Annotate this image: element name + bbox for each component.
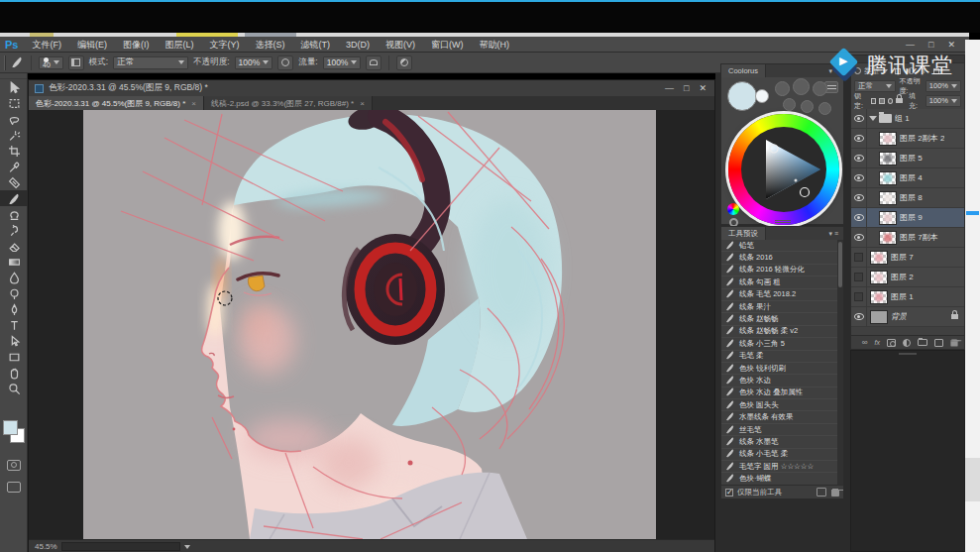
tool-preset-item[interactable]: 毛笔字 圆用 ☆☆☆☆☆ (721, 461, 837, 473)
magic-wand-tool[interactable] (0, 127, 28, 143)
foreground-color-swatch[interactable] (3, 420, 18, 435)
layer-thumbnail[interactable] (879, 132, 897, 146)
status-zoom-value[interactable]: 45.5% (35, 542, 57, 551)
layer-thumbnail[interactable] (870, 310, 888, 324)
layer-fill-input[interactable]: 100% (926, 95, 961, 107)
blur-tool[interactable] (0, 270, 28, 285)
brush-tool[interactable] (0, 190, 28, 206)
flow-input[interactable]: 100% (323, 56, 362, 69)
tool-preset-item[interactable]: 线条 小三角 5 (721, 338, 837, 350)
visibility-toggle[interactable] (851, 268, 867, 287)
layer-thumbnail[interactable] (879, 152, 897, 166)
coolorus-mode-button[interactable] (813, 81, 827, 96)
spot-healing-tool[interactable] (0, 174, 28, 190)
layer-row[interactable]: 图层 1 (851, 287, 964, 307)
layer-name[interactable]: 图层 8 (900, 192, 923, 203)
window-close-icon[interactable]: ✕ (947, 37, 955, 53)
panel-menu-icon[interactable] (828, 64, 843, 77)
lock-pixels-icon[interactable] (879, 98, 884, 104)
tool-preset-item[interactable]: 线条 2016 (721, 252, 837, 264)
menu-item[interactable]: 图层(L) (157, 37, 201, 53)
layer-name[interactable]: 图层 7 (891, 252, 914, 263)
gradient-tool[interactable] (0, 254, 28, 270)
document-window-minimize-icon[interactable]: — (665, 80, 674, 96)
coolorus-mode-button[interactable] (775, 81, 790, 96)
layer-style-icon[interactable]: fx (875, 339, 880, 346)
toggle-brush-panel-button[interactable] (68, 55, 84, 70)
tool-preset-item[interactable]: 线条 果汁 (721, 301, 837, 313)
lock-all-icon[interactable] (896, 98, 903, 103)
adjustment-layer-icon[interactable] (903, 339, 911, 347)
panel-resize-grip[interactable] (775, 220, 791, 223)
tool-preset-item[interactable]: 水墨线条 有效果 (721, 411, 837, 423)
visibility-toggle[interactable] (851, 129, 867, 149)
menu-item[interactable]: 选择(S) (247, 37, 292, 53)
visibility-toggle[interactable] (851, 228, 867, 248)
menu-item[interactable]: 帮助(H) (471, 37, 517, 53)
layer-name[interactable]: 图层 9 (900, 212, 923, 223)
layer-row[interactable]: 图层 5 (851, 149, 964, 168)
close-tab-icon[interactable]: × (191, 99, 196, 108)
zoom-tool[interactable] (0, 381, 28, 396)
layer-thumbnail[interactable] (870, 290, 888, 304)
coolorus-tab[interactable]: Coolorus (721, 64, 766, 77)
delete-layer-icon[interactable] (950, 339, 957, 346)
layer-name[interactable]: 组 1 (895, 113, 910, 124)
trash-icon[interactable] (831, 489, 839, 497)
visibility-toggle[interactable] (851, 208, 867, 228)
layer-name[interactable]: 图层 7副本 (900, 232, 938, 243)
layer-name[interactable]: 背景 (891, 311, 907, 322)
tool-preset-item[interactable]: 线条 2016 轻微分化 (721, 265, 837, 276)
previous-color-swatch[interactable] (755, 89, 769, 103)
filter-pixel-icon[interactable] (895, 68, 901, 74)
visibility-toggle[interactable] (851, 149, 867, 168)
visibility-toggle[interactable] (851, 307, 867, 327)
filter-adjustment-icon[interactable] (908, 67, 915, 74)
pen-tool[interactable] (0, 301, 28, 317)
scrollbar[interactable] (837, 240, 843, 485)
eyedropper-tool[interactable] (0, 159, 28, 174)
layer-name[interactable]: 图层 2副本 2 (900, 133, 944, 144)
tool-presets-tab[interactable]: 工具预设 (721, 227, 766, 240)
hand-tool[interactable] (0, 365, 28, 381)
tool-preset-item[interactable]: 色块 水边 叠加属性 (721, 387, 837, 399)
layer-row[interactable]: 图层 4 (851, 168, 964, 188)
filter-shape-icon[interactable] (933, 68, 939, 74)
layer-row[interactable]: 图层 2副本 2 (851, 129, 964, 149)
move-tool[interactable] (0, 79, 28, 95)
layer-thumbnail[interactable] (870, 251, 888, 265)
layer-thumbnail[interactable] (879, 231, 897, 245)
current-color-swatch[interactable] (727, 81, 757, 111)
layer-group-row[interactable]: 组 1 (851, 109, 964, 129)
layer-row[interactable]: 背景 (851, 307, 964, 327)
layer-row[interactable]: 图层 7副本 (851, 228, 964, 248)
brush-preset-picker[interactable]: 40 (39, 56, 63, 69)
current-tool-only-checkbox[interactable] (725, 489, 733, 497)
status-menu-arrow[interactable] (184, 545, 190, 549)
document-window-maximize-icon[interactable]: □ (684, 80, 689, 96)
rect-marquee-tool[interactable] (0, 95, 28, 111)
coolorus-mode-button[interactable] (801, 100, 814, 113)
blend-mode-select[interactable]: 正常 (113, 56, 188, 69)
pressure-size-button[interactable] (396, 55, 412, 70)
visibility-toggle[interactable] (851, 188, 867, 208)
menu-item[interactable]: 文字(Y) (201, 37, 247, 53)
visibility-toggle[interactable] (851, 287, 867, 307)
menu-item[interactable]: 3D(D) (338, 37, 378, 53)
layer-row[interactable]: 图层 2 (851, 268, 964, 287)
canvas-workspace[interactable] (29, 110, 714, 539)
color-wheel[interactable] (728, 114, 839, 225)
new-preset-icon[interactable] (817, 488, 826, 497)
history-brush-tool[interactable] (0, 222, 28, 238)
layer-thumbnail[interactable] (879, 171, 897, 185)
path-selection-tool[interactable] (0, 333, 28, 349)
tool-preset-item[interactable]: 线条 小毛笔 柔 (721, 449, 837, 461)
layers-panel-header[interactable] (851, 55, 964, 63)
window-maximize-icon[interactable]: □ (928, 37, 933, 53)
wheel-mode-icon[interactable] (727, 203, 739, 215)
tool-preset-item[interactable]: 色块 圆头头 (721, 399, 837, 411)
tool-preset-item[interactable]: 色块 锐利切刷 (721, 363, 837, 375)
layer-row[interactable]: 图层 8 (851, 188, 964, 208)
expand-caret-icon[interactable] (869, 116, 877, 121)
canvas-artwork[interactable] (83, 110, 656, 539)
